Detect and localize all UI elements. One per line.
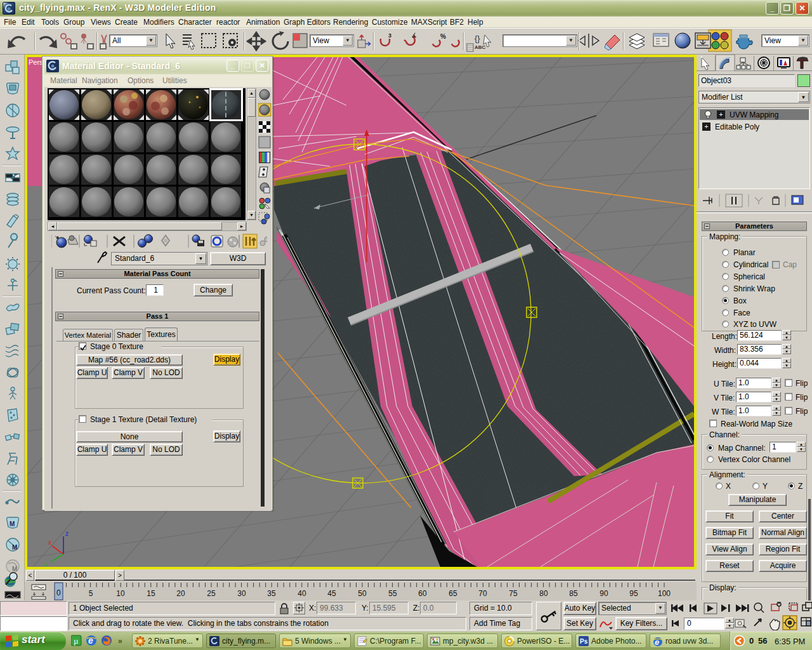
- svg-text:35: 35: [267, 589, 276, 598]
- svg-text:3: 3: [388, 32, 391, 39]
- svg-text:40: 40: [298, 589, 306, 598]
- svg-text:85: 85: [569, 589, 578, 598]
- svg-text:30: 30: [237, 589, 246, 598]
- svg-text:y: y: [44, 561, 48, 567]
- svg-text:10: 10: [116, 589, 125, 598]
- svg-text:75: 75: [509, 589, 518, 598]
- svg-text:50: 50: [358, 589, 367, 598]
- svg-text:{}: {}: [475, 34, 480, 43]
- svg-text:70: 70: [478, 589, 487, 598]
- svg-text:µ: µ: [74, 636, 79, 646]
- svg-text:M: M: [10, 521, 15, 527]
- svg-text:95: 95: [629, 589, 638, 598]
- svg-text:%: %: [440, 33, 446, 40]
- svg-text:15: 15: [147, 589, 155, 598]
- svg-text:65: 65: [449, 589, 457, 598]
- svg-text:M: M: [12, 566, 17, 573]
- svg-text:25: 25: [207, 589, 216, 598]
- svg-text:60: 60: [418, 589, 427, 598]
- svg-text:Ps: Ps: [580, 638, 588, 645]
- svg-text:ABC: ABC: [475, 44, 486, 50]
- svg-text:20: 20: [176, 589, 185, 598]
- svg-text:∡: ∡: [411, 32, 417, 39]
- svg-text:0: 0: [56, 588, 61, 597]
- svg-text:e: e: [88, 635, 93, 646]
- svg-text:Pers: Pers: [29, 58, 43, 66]
- svg-text:z: z: [65, 530, 69, 537]
- svg-text:80: 80: [539, 589, 548, 598]
- svg-text:x: x: [48, 539, 51, 546]
- svg-text:45: 45: [327, 589, 336, 598]
- svg-text:»: »: [118, 637, 122, 646]
- svg-text:M: M: [12, 544, 17, 551]
- svg-text:100: 100: [658, 589, 671, 598]
- svg-text:5: 5: [89, 589, 93, 598]
- svg-text:90: 90: [599, 589, 608, 598]
- svg-text:55: 55: [388, 589, 397, 598]
